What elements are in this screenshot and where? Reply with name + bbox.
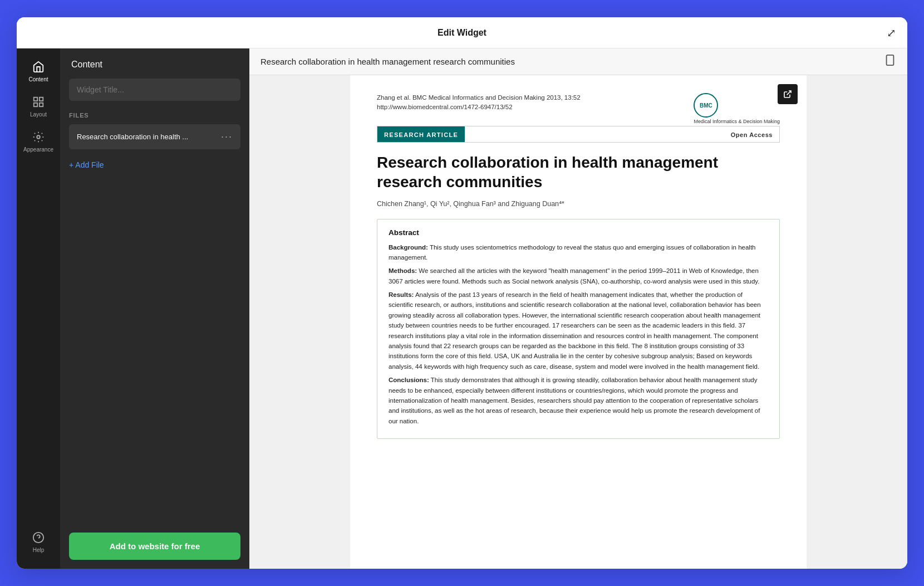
sidebar-item-help-label: Help: [33, 547, 45, 553]
sidebar-item-layout-label: Layout: [30, 111, 47, 118]
abstract-results: Results: Analysis of the past 13 years o…: [389, 290, 768, 372]
access-type-label: Open Access: [724, 126, 779, 142]
pdf-paper: BMC Medical Informatics & Decision Makin…: [350, 75, 807, 569]
content-panel: Content FILES Research collaboration in …: [60, 48, 249, 569]
sidebar-item-content-label: Content: [28, 76, 48, 82]
modal-header: Edit Widget ⤢: [17, 17, 907, 48]
bmc-logo-circle: BMC: [694, 93, 718, 118]
sidebar-item-layout[interactable]: Layout: [17, 89, 60, 124]
sidebar-icons: Content Layout Appearance: [17, 48, 60, 569]
svg-line-9: [787, 91, 791, 95]
sidebar-item-help[interactable]: Help: [17, 525, 60, 560]
abstract-title: Abstract: [389, 228, 768, 237]
sidebar-item-content[interactable]: Content: [17, 54, 60, 89]
abstract-methods: Methods: We searched all the articles wi…: [389, 266, 768, 286]
svg-rect-3: [34, 103, 37, 106]
expand-button[interactable]: ⤢: [887, 26, 896, 40]
files-label: FILES: [60, 112, 249, 124]
file-item-name: Research collaboration in health ...: [77, 133, 188, 141]
bmc-logo-text: Medical Informatics & Decision Making: [694, 119, 780, 125]
svg-rect-0: [34, 97, 37, 101]
add-to-website-button[interactable]: Add to website for free: [69, 533, 240, 560]
svg-rect-2: [40, 103, 43, 106]
sidebar-item-appearance[interactable]: Appearance: [17, 124, 60, 159]
preview-content[interactable]: BMC Medical Informatics & Decision Makin…: [249, 75, 907, 569]
content-panel-title: Content: [60, 48, 249, 79]
article-type-label: RESEARCH ARTICLE: [377, 126, 465, 142]
bmc-logo: BMC Medical Informatics & Decision Makin…: [694, 93, 780, 125]
preview-area: Research collaboration in health managem…: [249, 48, 907, 569]
article-header-bar: RESEARCH ARTICLE Open Access: [377, 126, 780, 143]
add-file-button[interactable]: + Add File: [69, 156, 240, 174]
pdf-external-button[interactable]: [778, 84, 798, 104]
preview-toolbar: Research collaboration in health managem…: [249, 48, 907, 75]
abstract-background: Background: This study uses scientometri…: [389, 242, 768, 263]
file-item-menu-button[interactable]: ···: [221, 131, 233, 143]
article-authors: Chichen Zhang¹, Qi Yu², Qinghua Fan³ and…: [377, 199, 780, 208]
article-title: Research collaboration in health managem…: [377, 153, 780, 192]
modal-body: Content Layout Appearance: [17, 48, 907, 569]
sidebar-item-appearance-label: Appearance: [23, 146, 53, 153]
modal-title: Edit Widget: [438, 28, 486, 38]
preview-device-button[interactable]: [884, 54, 896, 69]
abstract-box: Abstract Background: This study uses sci…: [377, 219, 780, 440]
file-item[interactable]: Research collaboration in health ... ···: [69, 124, 240, 149]
svg-point-4: [37, 135, 40, 139]
preview-title: Research collaboration in health managem…: [261, 57, 515, 66]
widget-title-input[interactable]: [69, 79, 240, 101]
pdf-header: BMC Medical Informatics & Decision Makin…: [377, 93, 780, 126]
abstract-conclusions: Conclusions: This study demonstrates tha…: [389, 375, 768, 426]
svg-rect-1: [40, 97, 43, 101]
edit-widget-modal: Edit Widget ⤢ Content Layout: [17, 17, 907, 569]
